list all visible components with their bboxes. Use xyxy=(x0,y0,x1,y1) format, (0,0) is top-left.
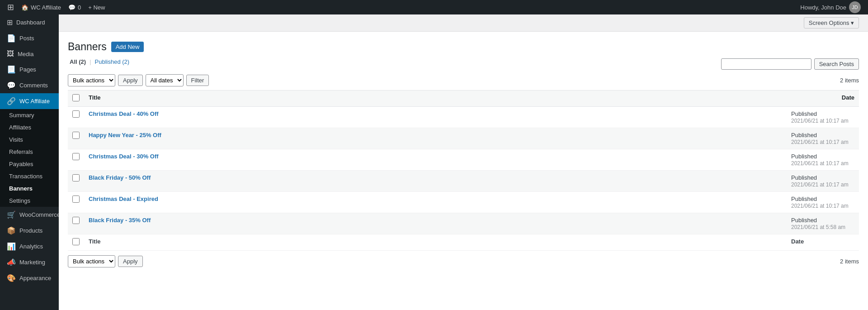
search-posts-button[interactable]: Search Posts xyxy=(814,58,859,70)
sidebar-item-woocommerce[interactable]: 🛒 WooCommerce xyxy=(0,207,59,223)
select-all-checkbox[interactable] xyxy=(72,94,80,101)
site-name: WC Affiliate xyxy=(31,4,61,11)
sidebar-submenu-settings[interactable]: Settings xyxy=(0,195,59,207)
sidebar-label-woocommerce: WooCommerce xyxy=(19,211,59,218)
sidebar-item-wc-affiliate[interactable]: 🔗 WC Affiliate xyxy=(0,93,59,109)
bulk-actions-select-bottom[interactable]: Bulk actions xyxy=(68,255,115,267)
sidebar-label-pages: Pages xyxy=(19,66,36,73)
sidebar-submenu-payables[interactable]: Payables xyxy=(0,158,59,170)
sidebar-label-analytics: Analytics xyxy=(19,243,43,250)
post-title-link[interactable]: Black Friday - 50% Off xyxy=(89,174,151,181)
screen-options-button[interactable]: Screen Options ▾ xyxy=(804,17,859,29)
row-title-cell: Christmas Deal - Expired xyxy=(84,192,787,213)
row-checkbox[interactable] xyxy=(72,153,80,160)
filter-button[interactable]: Filter xyxy=(186,75,209,86)
sidebar-submenu-banners[interactable]: Banners xyxy=(0,182,59,195)
sidebar-label-marketing: Marketing xyxy=(19,259,45,266)
site-icon: 🏠 xyxy=(21,4,28,11)
howdy-text: Howdy, John Doe xyxy=(800,4,846,11)
sidebar-submenu-affiliates[interactable]: Affiliates xyxy=(0,121,59,134)
sidebar-item-media[interactable]: 🖼 Media xyxy=(0,46,59,62)
row-checkbox[interactable] xyxy=(72,196,80,203)
row-checkbox[interactable] xyxy=(72,217,80,224)
post-status: Published xyxy=(791,153,817,160)
sidebar-item-analytics[interactable]: 📊 Analytics xyxy=(0,238,59,254)
comments-icon: 💬 xyxy=(7,81,16,90)
media-icon: 🖼 xyxy=(7,50,14,58)
toolbar-left: Bulk actions Apply All dates Filter xyxy=(68,74,209,86)
row-date-cell: Published 2021/06/21 at 10:17 am xyxy=(787,149,859,171)
col-header-title[interactable]: Title xyxy=(84,91,787,107)
dashboard-icon: ⊞ xyxy=(7,18,13,27)
comment-count: 0 xyxy=(78,4,81,11)
sidebar: ⊞ Dashboard 📄 Posts 🖼 Media 📃 Pages 💬 Co… xyxy=(0,14,59,310)
post-title-link[interactable]: Christmas Deal - 30% Off xyxy=(89,153,159,160)
sidebar-submenu-referrals[interactable]: Referrals xyxy=(0,146,59,158)
table-row: Christmas Deal - 40% Off Published 2021/… xyxy=(68,107,859,128)
sidebar-label-wc-affiliate: WC Affiliate xyxy=(19,98,50,105)
col-footer-title[interactable]: Title xyxy=(84,234,787,251)
marketing-icon: 📣 xyxy=(7,258,16,267)
wp-logo-icon: ⊞ xyxy=(7,2,14,12)
sidebar-item-pages[interactable]: 📃 Pages xyxy=(0,62,59,77)
row-checkbox[interactable] xyxy=(72,132,80,139)
table-row: Black Friday - 35% Off Published 2021/06… xyxy=(68,213,859,234)
row-date-cell: Published 2021/06/21 at 10:17 am xyxy=(787,192,859,213)
sidebar-item-dashboard[interactable]: ⊞ Dashboard xyxy=(0,14,59,30)
sidebar-label-dashboard: Dashboard xyxy=(16,19,45,26)
avatar-initials: JD xyxy=(852,5,858,10)
apply-button-top[interactable]: Apply xyxy=(118,75,143,86)
select-all-checkbox-footer[interactable] xyxy=(72,238,80,245)
filter-divider: | xyxy=(88,58,93,65)
admin-bar-site[interactable]: 🏠 WC Affiliate xyxy=(18,0,65,14)
admin-bar-new[interactable]: + New xyxy=(85,0,108,14)
appearance-icon: 🎨 xyxy=(7,274,16,282)
row-checkbox[interactable] xyxy=(72,174,80,181)
post-title-link[interactable]: Christmas Deal - 40% Off xyxy=(89,110,159,117)
col-header-date[interactable]: Date xyxy=(787,91,859,107)
filter-tab-published[interactable]: Published (2) xyxy=(93,58,132,65)
table-row: Black Friday - 50% Off Published 2021/06… xyxy=(68,171,859,192)
add-new-button[interactable]: Add New xyxy=(111,42,144,52)
post-date: 2021/06/21 at 10:17 am xyxy=(791,139,849,145)
sidebar-label-posts: Posts xyxy=(19,35,34,42)
wc-affiliate-icon: 🔗 xyxy=(7,97,16,105)
dates-select[interactable]: All dates xyxy=(146,74,184,86)
post-title-link[interactable]: Christmas Deal - Expired xyxy=(89,196,158,202)
filter-tabs: All (2) | Published (2) xyxy=(68,58,131,65)
content-area: Screen Options ▾ Banners Add New All (2)… xyxy=(59,14,868,310)
bulk-actions-select-top[interactable]: Bulk actions xyxy=(68,74,115,86)
posts-icon: 📄 xyxy=(7,34,16,43)
col-footer-date[interactable]: Date xyxy=(787,234,859,251)
admin-bar-comments[interactable]: 💬 0 xyxy=(65,0,85,14)
post-date: 2021/06/21 at 10:17 am xyxy=(791,160,849,167)
post-title-link[interactable]: Happy New Year - 25% Off xyxy=(89,132,161,138)
row-checkbox[interactable] xyxy=(72,110,80,118)
table-footer-row: Title Date xyxy=(68,234,859,251)
sidebar-label-appearance: Appearance xyxy=(19,275,51,281)
post-date: 2021/06/21 at 10:17 am xyxy=(791,203,849,209)
apply-button-bottom[interactable]: Apply xyxy=(118,256,143,267)
sidebar-item-appearance[interactable]: 🎨 Appearance xyxy=(0,270,59,286)
row-title-cell: Happy New Year - 25% Off xyxy=(84,128,787,149)
filter-tab-all[interactable]: All (2) xyxy=(68,58,88,65)
post-status: Published xyxy=(791,196,817,202)
row-title-cell: Black Friday - 35% Off xyxy=(84,213,787,234)
sidebar-submenu-summary[interactable]: Summary xyxy=(0,109,59,121)
sidebar-item-marketing[interactable]: 📣 Marketing xyxy=(0,254,59,270)
sidebar-submenu: Summary Affiliates Visits Referrals Paya… xyxy=(0,109,59,207)
sidebar-submenu-visits[interactable]: Visits xyxy=(0,134,59,146)
page-title: Banners xyxy=(68,41,107,53)
admin-bar: ⊞ 🏠 WC Affiliate 💬 0 + New Howdy, John D… xyxy=(0,0,868,14)
sidebar-item-products[interactable]: 📦 Products xyxy=(0,223,59,238)
sidebar-item-comments[interactable]: 💬 Comments xyxy=(0,77,59,93)
toolbar-right: 2 items xyxy=(840,77,859,84)
admin-bar-howdy: Howdy, John Doe JD xyxy=(797,1,864,13)
search-posts-input[interactable] xyxy=(721,58,811,70)
post-title-link[interactable]: Black Friday - 35% Off xyxy=(89,217,151,224)
row-title-cell: Christmas Deal - 30% Off xyxy=(84,149,787,171)
sidebar-item-posts[interactable]: 📄 Posts xyxy=(0,30,59,46)
admin-bar-right: Howdy, John Doe JD xyxy=(797,1,864,13)
sidebar-submenu-transactions[interactable]: Transactions xyxy=(0,170,59,182)
admin-bar-logo[interactable]: ⊞ xyxy=(4,0,18,14)
